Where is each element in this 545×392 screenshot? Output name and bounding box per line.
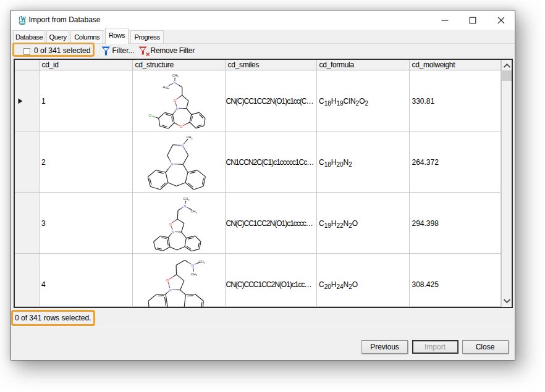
svg-text:CH3: CH3 (183, 197, 189, 201)
svg-text:O: O (169, 222, 171, 226)
svg-text:CH3: CH3 (198, 259, 205, 264)
svg-text:CH3: CH3 (190, 272, 196, 276)
svg-text:CH3: CH3 (172, 73, 178, 78)
svg-text:N: N (169, 288, 171, 291)
svg-text:N: N (172, 230, 174, 233)
svg-text:N: N (175, 106, 178, 110)
svg-text:N: N (173, 81, 175, 85)
svg-text:O: O (166, 278, 169, 282)
svg-text:N: N (181, 144, 184, 148)
svg-text:O: O (173, 99, 175, 102)
svg-text:N: N (191, 263, 193, 267)
svg-text:Cl: Cl (148, 114, 151, 117)
svg-text:CH3: CH3 (190, 209, 196, 214)
svg-text:H3C: H3C (163, 85, 169, 89)
svg-text:O: O (180, 125, 182, 128)
svg-text:N: N (171, 162, 173, 166)
svg-text:CH3: CH3 (186, 135, 192, 140)
svg-text:N: N (184, 204, 186, 208)
